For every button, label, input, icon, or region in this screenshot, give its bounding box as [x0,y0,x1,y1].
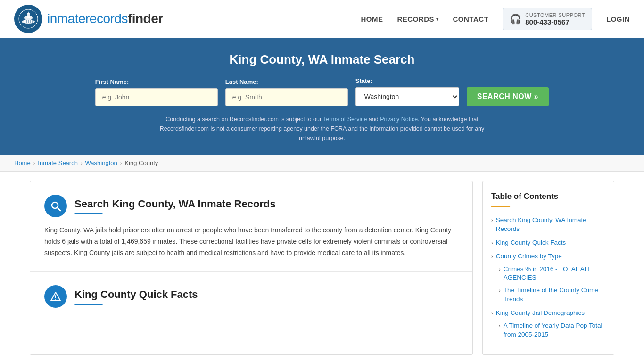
search-form: First Name: Last Name: State: Washington… [9,77,635,106]
state-select[interactable]: Washington [355,87,459,106]
search-icon [50,200,61,212]
support-number: 800-433-0567 [525,18,585,26]
toc-link-quick-facts[interactable]: › King County Quick Facts [491,239,605,247]
toc-title: Table of Contents [491,192,605,201]
svg-point-15 [55,299,56,300]
section-title-2: King County Quick Facts [74,288,198,301]
svg-rect-9 [30,20,31,23]
login-button[interactable]: LOGIN [606,15,630,23]
tos-link[interactable]: Terms of Service [323,116,367,123]
toc-list: › Search King County, WA Inmate Records … [491,216,605,339]
logo-text: inmaterecordsfinder [47,11,163,26]
privacy-link[interactable]: Privacy Notice [380,116,418,123]
site-header: inmaterecordsfinder HOME RECORDS ▾ CONTA… [0,0,644,38]
main-container: Search King County, WA Inmate Records Ki… [20,181,624,355]
toc-sub-list: › Crimes % in 2016 - TOTAL ALL AGENCIES … [499,265,605,304]
toc-sub-list-2: › A Timeline of Yearly Data Pop Total fr… [499,321,605,339]
main-nav: HOME RECORDS ▾ CONTACT 🎧 CUSTOMER SUPPOR… [361,8,630,30]
chevron-down-icon: ▾ [436,16,439,22]
alert-section-icon [44,285,67,308]
section-header-2: King County Quick Facts [44,285,458,308]
alert-icon [50,291,61,302]
svg-rect-8 [28,20,29,23]
toc-label: The Timeline of the County Crime Trends [504,286,605,304]
chevron-right-icon: › [491,253,493,260]
logo-part2: finder [128,11,163,26]
hero-disclaimer: Conducting a search on Recordsfinder.com… [152,115,492,143]
chevron-right-icon: › [491,217,493,224]
list-item: › County Crimes by Type › Crimes % in 20… [491,252,605,304]
chevron-right-icon: › [491,310,493,317]
nav-contact[interactable]: CONTACT [453,15,489,23]
nav-records-label: RECORDS [397,15,434,23]
breadcrumb-sep-2: › [81,160,83,166]
content-area: Search King County, WA Inmate Records Ki… [30,181,473,355]
toc-link-county-crimes[interactable]: › County Crimes by Type [491,252,605,261]
toc-label: A Timeline of Yearly Data Pop Total from… [504,321,605,339]
section-quick-facts: King County Quick Facts [30,272,472,329]
first-name-label: First Name: [95,78,129,85]
state-group: State: Washington [355,77,459,106]
breadcrumb-king-county: King County [124,159,158,166]
toc-label: County Crimes by Type [496,252,562,261]
logo-icon [14,5,42,33]
chevron-right-icon: › [499,287,501,294]
search-button[interactable]: SEARCH NOW » [467,87,549,106]
chevron-right-icon: › [499,266,501,273]
list-item: › King County Quick Facts [491,239,605,247]
list-item: › A Timeline of Yearly Data Pop Total fr… [499,321,605,339]
svg-rect-7 [26,20,27,23]
toc-label: Crimes % in 2016 - TOTAL ALL AGENCIES [504,265,605,283]
breadcrumb-home[interactable]: Home [14,159,31,166]
list-item: › Search King County, WA Inmate Records [491,216,605,234]
title-underline-2 [74,304,103,305]
svg-rect-6 [25,20,25,23]
svg-line-12 [58,208,61,211]
nav-home[interactable]: HOME [361,15,383,23]
first-name-input[interactable] [95,88,218,106]
section-inmate-records: Search King County, WA Inmate Records Ki… [30,181,472,272]
logo-part1: inmaterecords [47,11,128,26]
list-item: › The Timeline of the County Crime Trend… [499,286,605,304]
toc-link-jail-demographics[interactable]: › King County Jail Demographics [491,309,605,318]
logo-area: inmaterecordsfinder [14,5,163,33]
nav-records[interactable]: RECORDS ▾ [397,15,438,23]
toc-label: King County Jail Demographics [496,309,585,318]
svg-rect-10 [32,20,33,23]
section-title-wrap-1: Search King County, WA Inmate Records [74,198,276,214]
section-title-wrap-2: King County Quick Facts [74,288,198,305]
list-item: › King County Jail Demographics › A Time… [491,309,605,339]
breadcrumb-sep-3: › [120,160,122,166]
state-label: State: [355,77,372,84]
toc-link-timeline-pop[interactable]: › A Timeline of Yearly Data Pop Total fr… [499,321,605,339]
toc-label: Search King County, WA Inmate Records [496,216,605,234]
toc-link-timeline-trends[interactable]: › The Timeline of the County Crime Trend… [499,286,605,304]
section-header-1: Search King County, WA Inmate Records [44,195,458,217]
toc-link-search-records[interactable]: › Search King County, WA Inmate Records [491,216,605,234]
breadcrumb-sep-1: › [33,160,35,166]
toc-link-crimes-2016[interactable]: › Crimes % in 2016 - TOTAL ALL AGENCIES [499,265,605,283]
list-item: › Crimes % in 2016 - TOTAL ALL AGENCIES [499,265,605,283]
search-section-icon [44,195,67,217]
section-title-1: Search King County, WA Inmate Records [74,198,276,210]
support-info: CUSTOMER SUPPORT 800-433-0567 [525,12,585,26]
chevron-right-icon: › [499,322,501,329]
support-label: CUSTOMER SUPPORT [525,12,585,18]
section-body-1: King County, WA jails hold prisoners aft… [44,225,458,258]
headset-icon: 🎧 [510,13,521,25]
toc-divider [491,206,510,207]
customer-support[interactable]: 🎧 CUSTOMER SUPPORT 800-433-0567 [503,8,592,30]
toc-label: King County Quick Facts [496,239,566,247]
sidebar-toc: Table of Contents › Search King County, … [482,181,614,355]
breadcrumb: Home › Inmate Search › Washington › King… [0,155,644,172]
chevron-right-icon: › [491,239,493,247]
first-name-group: First Name: [95,78,218,106]
title-underline-1 [74,213,103,214]
last-name-input[interactable] [225,88,348,106]
hero-title: King County, WA Inmate Search [9,52,635,67]
hero-section: King County, WA Inmate Search First Name… [0,38,644,155]
breadcrumb-washington[interactable]: Washington [85,159,117,166]
last-name-group: Last Name: [225,78,348,106]
breadcrumb-inmate-search[interactable]: Inmate Search [38,159,78,166]
last-name-label: Last Name: [225,78,258,85]
